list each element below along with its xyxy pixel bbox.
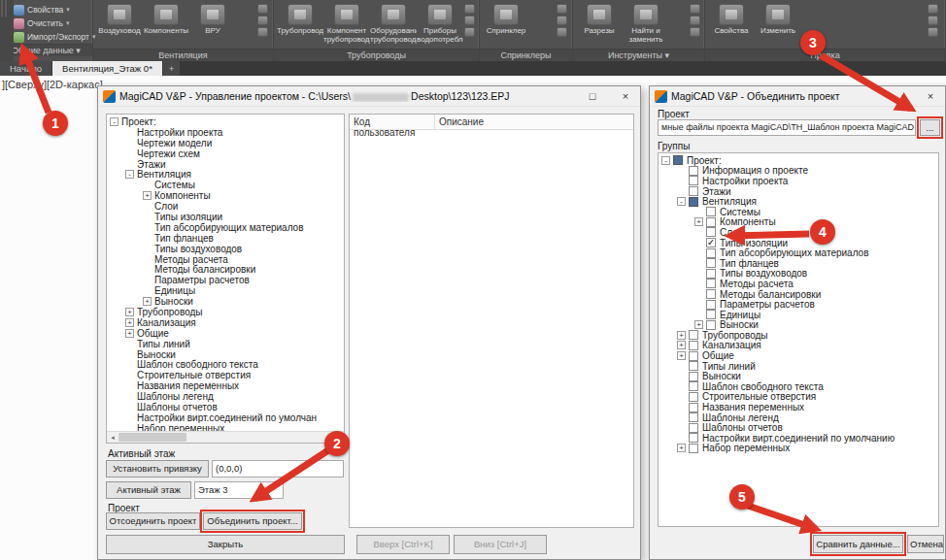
extra-tools-icons[interactable]: [463, 3, 476, 38]
ribbon-panel-label[interactable]: Спринклеры: [480, 49, 572, 61]
quick-button[interactable]: Очистить: [14, 16, 92, 30]
tree-item[interactable]: Тип фланцев: [659, 258, 938, 269]
tree-item[interactable]: Выноски: [659, 371, 938, 381]
tree-item[interactable]: Компоненты: [107, 190, 344, 201]
tree-item[interactable]: Тип фланцев: [107, 233, 344, 244]
tree-item[interactable]: Трубопроводы: [659, 330, 938, 341]
tree-checkbox[interactable]: [706, 289, 716, 299]
tree-item[interactable]: Типы линий: [107, 339, 344, 349]
tree-checkbox[interactable]: [689, 381, 698, 391]
tree-item[interactable]: Шаблоны отчетов: [107, 402, 344, 412]
tree-item[interactable]: Чертежи модели: [107, 138, 344, 148]
compare-data-button[interactable]: Сравнить данные...: [813, 535, 903, 553]
tree-checkbox[interactable]: [706, 300, 716, 310]
tree-item[interactable]: Названия переменных: [659, 402, 938, 412]
tree-item[interactable]: Шаблон свободного текста: [107, 359, 344, 370]
extra-tools-icons[interactable]: [927, 3, 939, 38]
tree-item[interactable]: Методы балансировки: [107, 264, 344, 275]
tree-checkbox[interactable]: [689, 361, 698, 371]
ribbon-panel-label[interactable]: Общие данные ▾: [0, 44, 92, 56]
extra-tools-icons[interactable]: [256, 3, 269, 38]
tree-item[interactable]: Настройки вирт.соединений по умолчан: [107, 412, 344, 423]
set-origin-button[interactable]: Установить привязку: [106, 460, 209, 478]
tree-item[interactable]: Типы воздуховодов: [659, 269, 938, 280]
tree-item[interactable]: Шаблоны легенд: [659, 412, 938, 423]
ribbon-tool[interactable]: Изменить: [755, 1, 801, 48]
drawing-tab[interactable]: +: [163, 61, 182, 76]
ribbon-tool[interactable]: Компонент трубопровода: [323, 1, 370, 48]
tree-item[interactable]: Строительные отверстия: [659, 392, 938, 403]
tree-checkbox[interactable]: [706, 258, 716, 268]
tree-checkbox[interactable]: [689, 444, 698, 453]
tree-checkbox[interactable]: [689, 372, 698, 381]
tree-item[interactable]: Слои: [107, 201, 344, 212]
browse-button[interactable]: ...: [920, 119, 940, 136]
ribbon-tool[interactable]: ВРУ: [189, 1, 236, 48]
manage-dialog-titlebar[interactable]: MagiCAD V&P - Управление проектом - C:\U…: [98, 86, 640, 107]
tree-item[interactable]: Слои: [659, 227, 938, 238]
tree-item[interactable]: Компоненты: [659, 217, 938, 228]
scroll-right-icon[interactable]: ▸: [332, 432, 344, 443]
merge-dialog-titlebar[interactable]: MagiCAD V&P - Объединить проект ×: [650, 86, 945, 107]
tree-checkbox[interactable]: [706, 238, 716, 247]
tree-item[interactable]: Проект:: [107, 116, 344, 127]
ribbon-tool[interactable]: Трубопровод: [277, 1, 323, 48]
tree-item[interactable]: Набор переменных: [659, 444, 938, 454]
expander-icon[interactable]: [677, 197, 686, 206]
tree-item[interactable]: Общие: [659, 350, 938, 361]
horizontal-scrollbar[interactable]: ◂ ▸: [107, 431, 344, 443]
tree-item[interactable]: Вентиляция: [107, 169, 344, 180]
tree-item[interactable]: Шаблон свободного текста: [659, 381, 938, 392]
tree-checkbox[interactable]: [689, 330, 698, 340]
tree-item[interactable]: Методы расчета: [107, 254, 344, 265]
expander-icon[interactable]: [694, 217, 703, 226]
project-path-field[interactable]: мные файлы проекта MagiCAD\TH_Шаблон про…: [658, 119, 916, 136]
ribbon-panel-label[interactable]: Трубопроводы: [274, 49, 479, 61]
tree-item[interactable]: Набор переменных: [107, 423, 344, 431]
tree-checkbox[interactable]: [689, 186, 698, 196]
tree-item[interactable]: Системы: [107, 180, 344, 190]
ribbon-tool[interactable]: Разрезы: [576, 1, 623, 48]
tree-checkbox[interactable]: [689, 166, 698, 176]
expander-icon[interactable]: [677, 341, 686, 349]
tree-item[interactable]: Проект:: [659, 155, 938, 166]
tree-item[interactable]: Выноски: [659, 320, 938, 331]
tree-item[interactable]: Тип абсорбирующих материалов: [107, 222, 344, 233]
column-header-description[interactable]: Описание: [435, 115, 633, 129]
expander-icon[interactable]: [125, 329, 134, 338]
tree-checkbox[interactable]: [706, 320, 716, 330]
active-floor-button[interactable]: Активный этаж: [106, 481, 191, 499]
active-floor-value-field[interactable]: Этаж 3: [194, 481, 284, 499]
ribbon-panel-label[interactable]: Правка: [705, 49, 945, 61]
ribbon-tool[interactable]: Приборы водопотребления: [417, 1, 463, 48]
ribbon-tool[interactable]: Компоненты: [143, 1, 189, 48]
tree-item[interactable]: Канализация: [107, 317, 344, 328]
tree-item[interactable]: Этажи: [107, 159, 344, 170]
column-header-user-code[interactable]: Код пользователя: [350, 115, 435, 129]
tree-item[interactable]: Единицы: [107, 285, 344, 296]
tree-item[interactable]: Канализация: [659, 341, 938, 351]
tree-item[interactable]: Настройки проекта: [659, 176, 938, 186]
drawing-tab[interactable]: Вентиляция_Этаж 0*: [52, 61, 163, 76]
ribbon-tool[interactable]: Найти и заменить: [623, 1, 669, 48]
expander-icon[interactable]: [661, 156, 670, 165]
scrollbar-thumb[interactable]: [118, 433, 186, 442]
tree-checkbox[interactable]: [689, 433, 698, 443]
expander-icon[interactable]: [125, 318, 134, 327]
tree-item[interactable]: Шаблоны отчетов: [659, 422, 938, 433]
drawing-tab[interactable]: Начало: [0, 61, 52, 76]
tree-item[interactable]: Методы расчета: [659, 279, 938, 289]
expander-icon[interactable]: [143, 297, 152, 306]
tree-item[interactable]: Общие: [107, 328, 344, 339]
close-button[interactable]: ×: [916, 86, 945, 107]
detail-list-panel[interactable]: Код пользователя Описание: [349, 114, 634, 528]
tree-checkbox[interactable]: [689, 351, 698, 361]
cancel-button[interactable]: Отмена: [907, 535, 944, 553]
tree-item[interactable]: Названия переменных: [107, 380, 344, 391]
expander-icon[interactable]: [143, 191, 152, 200]
tree-item[interactable]: Этажи: [659, 186, 938, 197]
ribbon-panel-label[interactable]: Инструменты ▾: [573, 49, 704, 61]
tree-item[interactable]: Строительные отверстия: [107, 370, 344, 380]
ribbon-tool[interactable]: Свойства: [708, 1, 755, 48]
tree-item[interactable]: Системы: [659, 207, 938, 217]
